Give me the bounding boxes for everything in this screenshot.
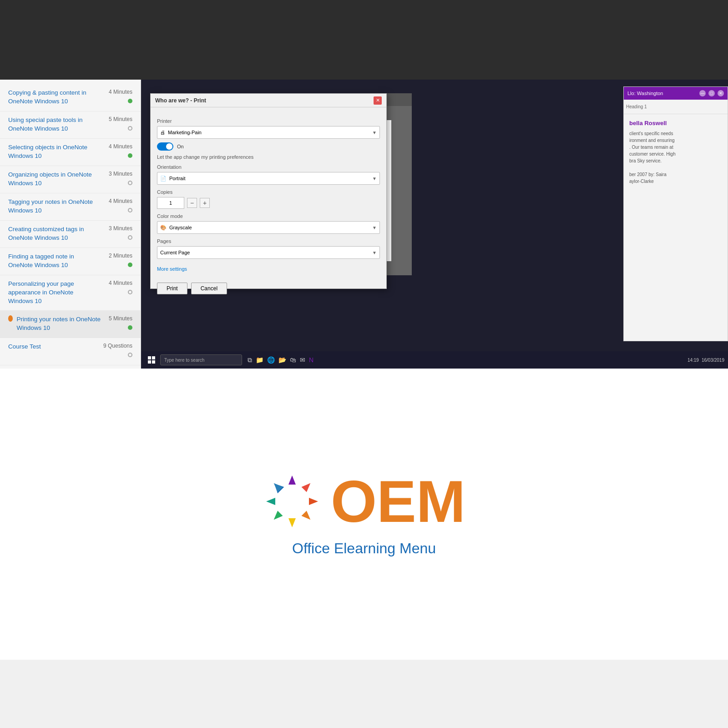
dialog-titlebar: Who are we? - Print ✕	[151, 94, 386, 107]
sidebar-item-item-7[interactable]: Finding a tagged note in OneNote Windows…	[0, 248, 141, 275]
sidebar-item-indicator	[109, 152, 132, 158]
toggle-on-label: On	[177, 144, 184, 149]
onenote-close-btn[interactable]: ✕	[718, 90, 724, 96]
onenote-toolbar: Heading 1	[624, 100, 728, 114]
dialog-title: Who are we? - Print	[155, 97, 206, 104]
sidebar: Copying & pasting content in OneNote Win…	[0, 80, 141, 369]
sidebar-item-item-2[interactable]: Using special paste tools in OneNote Win…	[0, 111, 141, 139]
sidebar-item-minutes: 5 Minutes	[109, 116, 132, 122]
sidebar-dot	[128, 235, 132, 240]
taskbar-right: 14:19 16/03/2019	[688, 358, 724, 363]
onenote-heading-dropdown[interactable]: Heading 1	[626, 104, 647, 109]
color-mode-select[interactable]: 🎨 Grayscale ▼	[157, 221, 380, 234]
sidebar-item-item-4[interactable]: Organizing objects in OneNote Windows 10…	[0, 166, 141, 193]
edge-icon[interactable]: 🌐	[267, 356, 275, 364]
sidebar-item-item-5[interactable]: Tagging your notes in OneNote Windows 10…	[0, 193, 141, 221]
printer-icon: 🖨	[160, 130, 165, 135]
copies-input[interactable]	[157, 197, 184, 209]
sidebar-item-minutes: 4 Minutes	[109, 280, 132, 286]
file-explorer-icon[interactable]: 📁	[256, 356, 263, 364]
svg-marker-7	[266, 498, 275, 505]
sidebar-item-title: Selecting objects in OneNote Windows 10	[8, 143, 99, 161]
start-button[interactable]	[145, 353, 158, 367]
sidebar-item-item-9[interactable]: Printing your notes in OneNote Windows 1…	[0, 311, 141, 338]
svg-marker-8	[271, 480, 283, 492]
orientation-select[interactable]: 📄 Portrait ▼	[157, 172, 380, 185]
sidebar-item-right: 4 Minutes	[109, 198, 132, 212]
onenote-content: bella Roswell client's specific needs ir…	[624, 114, 728, 190]
mail-icon[interactable]: ✉	[300, 356, 305, 364]
sidebar-item-left: Copying & pasting content in OneNote Win…	[8, 89, 99, 106]
dialog-close-btn[interactable]: ✕	[374, 96, 382, 105]
sidebar-item-right: 4 Minutes	[109, 280, 132, 294]
sidebar-item-item-3[interactable]: Selecting objects in OneNote Windows 10 …	[0, 139, 141, 166]
sidebar-item-indicator	[109, 288, 132, 294]
sidebar-item-right: 5 Minutes	[109, 116, 132, 131]
color-mode-value: Grayscale	[169, 225, 192, 230]
onenote-controls: — □ ✕	[699, 90, 724, 96]
svg-marker-4	[301, 511, 313, 522]
orientation-label: Orientation	[157, 164, 380, 170]
top-bar	[0, 0, 728, 80]
sidebar-item-indicator	[109, 261, 132, 267]
svg-marker-6	[271, 511, 283, 522]
sidebar-dot	[128, 290, 132, 294]
pages-value: Current Page	[160, 250, 190, 255]
onenote-body: client's specific needs ironment and ens…	[629, 130, 722, 185]
onenote-maximize-btn[interactable]: □	[708, 90, 715, 96]
cancel-button[interactable]: Cancel	[191, 283, 227, 294]
folder-icon[interactable]: 📂	[278, 356, 286, 364]
onenote-manager-name: bella Roswell	[629, 120, 722, 126]
onenote-title: Llo: Washington	[627, 91, 663, 96]
pages-label: Pages	[157, 238, 380, 244]
color-mode-label: Color mode	[157, 213, 380, 219]
sidebar-item-minutes: 5 Minutes	[109, 315, 132, 322]
copies-increment-btn[interactable]: +	[200, 198, 210, 208]
sidebar-item-item-1[interactable]: Copying & pasting content in OneNote Win…	[0, 84, 141, 111]
oem-logo-container: OEM	[263, 472, 465, 531]
sidebar-item-left: Selecting objects in OneNote Windows 10	[8, 143, 99, 161]
sidebar-item-title: Tagging your notes in OneNote Windows 10	[8, 198, 99, 215]
taskbar: Type here to search ⧉ 📁 🌐 📂 🛍 ✉ N 14:19 …	[141, 351, 728, 369]
taskbar-date: 16/03/2019	[702, 358, 724, 363]
oem-subtitle: Office Elearning Menu	[292, 540, 436, 557]
sidebar-item-left: Tagging your notes in OneNote Windows 10	[8, 198, 99, 215]
printing-prefs-toggle[interactable]	[157, 142, 173, 151]
sidebar-item-indicator	[109, 206, 132, 212]
store-icon[interactable]: 🛍	[290, 356, 296, 364]
sidebar-item-left: Finding a tagged note in OneNote Windows…	[8, 253, 99, 270]
oem-text: OEM	[331, 472, 465, 531]
sidebar-item-minutes: 4 Minutes	[109, 198, 132, 204]
sidebar-item-indicator	[109, 233, 132, 240]
more-settings-link[interactable]: More settings	[157, 266, 187, 272]
sidebar-item-item-6[interactable]: Creating customized tags in OneNote Wind…	[0, 221, 141, 248]
pages-row: Current Page ▼	[157, 246, 380, 259]
sidebar-item-minutes: 9 Questions	[103, 343, 132, 349]
onenote-window: Llo: Washington — □ ✕ Heading 1 bella Ro…	[623, 86, 728, 341]
taskbar-search[interactable]: Type here to search	[160, 354, 242, 365]
sidebar-item-item-8[interactable]: Personalizing your page appearance in On…	[0, 275, 141, 311]
onenote-icon[interactable]: N	[309, 356, 313, 364]
task-view-icon[interactable]: ⧉	[248, 356, 252, 364]
toggle-knob	[166, 143, 172, 150]
sidebar-item-indicator	[109, 179, 132, 185]
color-mode-arrow: ▼	[372, 225, 377, 230]
sidebar-item-left: Personalizing your page appearance in On…	[8, 280, 99, 306]
sidebar-item-title: Creating customized tags in OneNote Wind…	[8, 225, 99, 243]
printer-select[interactable]: 🖨 Marketing-Pain ▼	[157, 126, 380, 139]
orientation-row: 📄 Portrait ▼	[157, 172, 380, 185]
sidebar-item-minutes: 3 Minutes	[109, 225, 132, 232]
print-button[interactable]: Print	[157, 283, 187, 294]
pages-select[interactable]: Current Page ▼	[157, 246, 380, 259]
orientation-icon: 📄	[160, 176, 167, 182]
toggle-row: On	[157, 142, 380, 151]
sidebar-item-left: Course Test	[8, 343, 41, 351]
color-mode-row: 🎨 Grayscale ▼	[157, 221, 380, 234]
sidebar-item-minutes: 4 Minutes	[109, 143, 132, 150]
sidebar-item-indicator	[109, 324, 132, 330]
copies-decrement-btn[interactable]: −	[187, 198, 197, 208]
onenote-minimize-btn[interactable]: —	[699, 90, 706, 96]
sidebar-item-item-10[interactable]: Course Test 9 Questions	[0, 338, 141, 365]
sidebar-item-title: Using special paste tools in OneNote Win…	[8, 116, 99, 133]
sidebar-dot	[128, 263, 132, 267]
